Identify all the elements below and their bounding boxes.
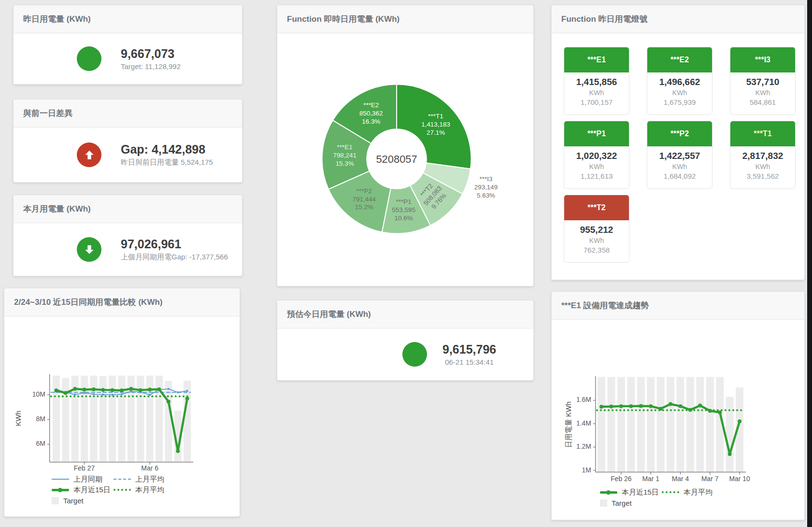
- legend-label: 上月同期: [73, 475, 102, 484]
- card-month-usage: 本月用電量 (KWh) 97,026,961 上個月同期用電Gap: -17,3…: [13, 195, 242, 276]
- stat-row: 97,026,961 上個月同期用電Gap: -17,377,566: [14, 223, 242, 276]
- light-tile-name: ***T1: [730, 121, 795, 146]
- month-usage-gap: 上個月同期用電Gap: -17,377,566: [121, 253, 228, 262]
- green-thick-legend-swatch-icon: [600, 491, 617, 494]
- legend-row: Target: [600, 498, 724, 508]
- light-tile: ***I3537,710KWh584,861: [730, 47, 796, 115]
- light-tile-target: 1,684,092: [647, 172, 712, 180]
- light-tile: ***E11,415,856KWh1,700,157: [564, 47, 629, 115]
- svg-text:15.2%: 15.2%: [355, 203, 373, 211]
- svg-text:1.2M: 1.2M: [576, 442, 591, 450]
- svg-text:1.6M: 1.6M: [576, 396, 591, 403]
- page-scrollbar[interactable]: [807, 0, 812, 527]
- month-usage-value: 97,026,961: [121, 237, 228, 251]
- card-title-day-gap: 與前一日差異: [14, 100, 242, 128]
- svg-text:Mar 10: Mar 10: [729, 475, 750, 483]
- light-tile-value: 537,710: [730, 77, 795, 87]
- trend-chart-legend: 本月近15日本月平均Target: [600, 487, 724, 508]
- card-day-gap: 與前一日差異 Gap: 4,142,898 昨日與前日用電量 5,524,175: [13, 99, 242, 183]
- svg-text:Mar 4: Mar 4: [672, 475, 689, 483]
- legend-label: 本月近15日: [73, 485, 111, 495]
- light-tile-value: 955,212: [564, 225, 629, 235]
- legend-item[interactable]: 本月平均: [114, 485, 175, 495]
- green-down-arrow-icon: [77, 237, 101, 262]
- card-estimate-today: 預估今日用電量 (KWh) 9,615,796 06-21 15:34:41: [277, 300, 534, 381]
- gray-square-legend-swatch-icon: [600, 499, 607, 507]
- card-title-estimate: 預估今日用電量 (KWh): [277, 300, 533, 328]
- stat-text: 97,026,961 上個月同期用電Gap: -17,377,566: [121, 237, 228, 262]
- green-dotted-legend-swatch-icon: [114, 489, 131, 491]
- svg-text:Feb 27: Feb 27: [74, 464, 95, 472]
- svg-text:***P2: ***P2: [356, 187, 372, 195]
- svg-text:15.3%: 15.3%: [336, 160, 354, 167]
- legend-item[interactable]: 本月平均: [662, 488, 724, 497]
- yesterday-usage-target: Target: 11,128,992: [121, 62, 181, 71]
- light-tile-target: 584,861: [730, 98, 795, 106]
- light-tile-unit: KWh: [564, 163, 629, 171]
- svg-text:791,444: 791,444: [353, 196, 376, 203]
- day-gap-value: Gap: 4,142,898: [121, 142, 213, 157]
- legend-item[interactable]: Target: [600, 499, 662, 507]
- card-body-compare-chart: 6M8M10MFeb 27Mar 6KWh 上月同期上月平均本月近15日本月平均…: [4, 316, 240, 516]
- legend-label: Target: [63, 497, 84, 505]
- svg-text:293,149: 293,149: [474, 184, 498, 191]
- light-tile-value: 1,020,322: [564, 151, 629, 161]
- svg-text:10.6%: 10.6%: [395, 214, 413, 222]
- red-up-arrow-icon: [77, 142, 101, 167]
- card-body-trend-chart: 1M1.2M1.4M1.6MFeb 26Mar 1Mar 4Mar 7Mar 1…: [552, 320, 804, 520]
- light-tile-target: 762,358: [564, 246, 629, 254]
- legend-label: 本月平均: [135, 485, 164, 495]
- green-dotted-legend-swatch-icon: [662, 491, 679, 493]
- card-title-yesterday: 昨日用電量 (KWh): [14, 5, 242, 33]
- card-realtime-donut: Function 即時日用電量 (KWh) ***T11,413,18327.1…: [277, 5, 534, 286]
- svg-text:27.1%: 27.1%: [427, 129, 445, 136]
- light-tile: ***T2955,212KWh762,358: [564, 195, 629, 263]
- estimate-timestamp: 06-21 15:34:41: [442, 358, 496, 366]
- light-tile-value: 1,422,557: [647, 151, 712, 161]
- svg-text:***P1: ***P1: [396, 198, 412, 205]
- day-gap-subtitle: 昨日與前日用電量 5,524,175: [121, 158, 213, 167]
- svg-text:553,595: 553,595: [392, 206, 415, 214]
- light-tile: ***P21,422,557KWh1,684,092: [647, 121, 712, 189]
- svg-text:850,362: 850,362: [359, 110, 383, 117]
- light-tile: ***P11,020,322KWh1,121,613: [564, 121, 629, 189]
- light-tile-unit: KWh: [647, 163, 712, 171]
- light-tile: ***E21,496,662KWh1,675,939: [647, 47, 712, 115]
- card-e1-trend-chart: ***E1 設備用電達成趨勢 1M1.2M1.4M1.6MFeb 26Mar 1…: [551, 291, 805, 520]
- legend-item[interactable]: 本月近15日: [52, 485, 114, 495]
- svg-text:KWh: KWh: [14, 411, 22, 426]
- light-tile-target: 1,121,613: [564, 172, 629, 180]
- light-tile-unit: KWh: [730, 89, 795, 97]
- legend-item[interactable]: Target: [52, 497, 114, 505]
- legend-row: 本月近15日本月平均: [52, 484, 175, 495]
- svg-text:***T1: ***T1: [428, 113, 443, 120]
- card-body-donut: ***T11,413,18327.1%***I3293,1495.63%***T…: [277, 33, 533, 286]
- light-tile-target: 1,675,939: [647, 98, 712, 106]
- svg-text:8M: 8M: [36, 415, 45, 423]
- light-tile-name: ***P2: [647, 121, 712, 146]
- light-tile-name: ***I3: [730, 47, 795, 72]
- legend-item[interactable]: 上月平均: [114, 475, 175, 484]
- card-compare-15day-chart: 2/24~3/10 近15日同期用電量比較 (KWh) 6M8M10MFeb 2…: [4, 288, 240, 517]
- light-tile-name: ***T2: [564, 195, 629, 220]
- legend-label: Target: [612, 499, 632, 507]
- green-status-circle-icon: [402, 342, 427, 367]
- svg-text:1M: 1M: [582, 466, 591, 474]
- yesterday-usage-value: 9,667,073: [121, 47, 181, 61]
- blue-dashed-legend-swatch-icon: [114, 479, 131, 480]
- legend-item[interactable]: 本月近15日: [600, 488, 662, 497]
- legend-label: 本月近15日: [622, 488, 659, 497]
- svg-text:6M: 6M: [36, 440, 45, 447]
- card-title-month: 本月用電量 (KWh): [14, 195, 242, 223]
- light-tile-value: 2,817,832: [730, 151, 795, 161]
- legend-row: 本月近15日本月平均: [600, 487, 724, 498]
- card-body-estimate: 9,615,796 06-21 15:34:41: [277, 328, 533, 380]
- light-tile-value: 1,496,662: [647, 77, 712, 87]
- stat-row: 9,667,073 Target: 11,128,992: [14, 33, 242, 84]
- lights-grid: ***E11,415,856KWh1,700,157***E21,496,662…: [552, 5, 804, 280]
- legend-item[interactable]: 上月同期: [52, 475, 114, 484]
- card-body-day-gap: Gap: 4,142,898 昨日與前日用電量 5,524,175: [14, 128, 242, 182]
- light-tile-value: 1,415,856: [564, 77, 629, 87]
- card-yesterday-lights: Function 昨日用電燈號 ***E11,415,856KWh1,700,1…: [551, 5, 805, 280]
- realtime-usage-donut-svg: ***T11,413,18327.1%***I3293,1495.63%***T…: [277, 33, 533, 286]
